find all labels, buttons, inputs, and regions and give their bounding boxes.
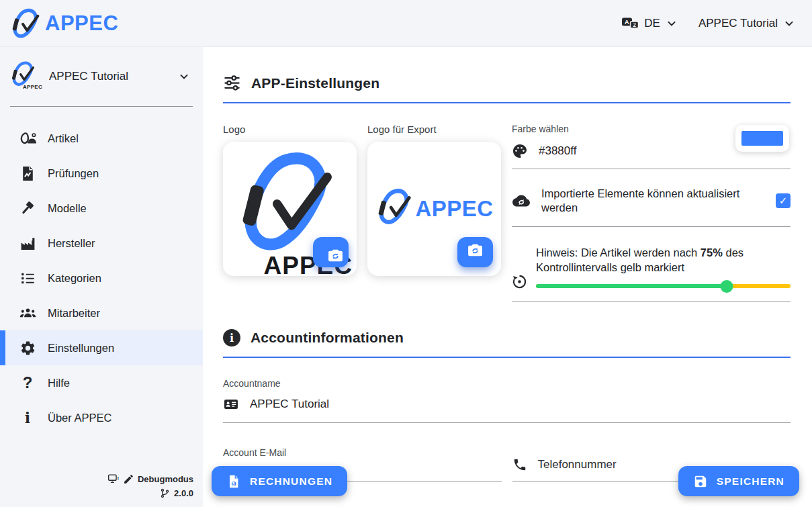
climbing-gear-icon: [17, 129, 38, 148]
sidebar-item-label: Modelle: [48, 202, 87, 215]
import-update-label: Importierte Elemente können aktualisiert…: [541, 187, 765, 216]
workspace-logo-icon: APPEC: [9, 60, 40, 93]
sidebar-item-mitarbeiter[interactable]: Mitarbeiter: [0, 295, 203, 330]
camera-flip-icon: [467, 242, 484, 259]
account-menu[interactable]: APPEC Tutorial: [698, 17, 796, 30]
color-value: #3880ff: [539, 144, 576, 158]
app-logo[interactable]: APPEC: [9, 7, 118, 40]
sidebar-item-kategorien[interactable]: Kategorien: [0, 261, 203, 295]
upload-export-logo-button[interactable]: [457, 237, 493, 267]
import-update-checkbox[interactable]: [776, 193, 791, 208]
interval-hint-row: Hinweis: Die Artikel werden nach 75% des…: [512, 246, 791, 303]
section-title: Accountinformationen: [251, 330, 404, 346]
interval-hint-text: Hinweis: Die Artikel werden nach 75% des…: [536, 246, 791, 275]
app-root: APPEC A Z DE APPEC Tutorial: [0, 0, 812, 507]
sidebar-divider: [10, 106, 193, 107]
save-button-label: SPEICHERN: [717, 475, 784, 488]
section-rule: [223, 102, 791, 103]
question-icon: [17, 373, 38, 392]
sidebar-item-artikel[interactable]: Artikel: [0, 121, 203, 156]
sidebar: APPEC APPEC Tutorial Artikel: [0, 47, 203, 507]
sidebar-item-label: Über APPEC: [48, 412, 111, 424]
interval-slider-knob[interactable]: [721, 280, 733, 293]
language-selector[interactable]: A Z DE: [621, 16, 678, 30]
pencil-icon: [123, 473, 134, 485]
logo-preview-card: APPEC: [223, 142, 357, 276]
brand-wordmark-export: APPEC: [415, 196, 493, 222]
sidebar-item-hersteller[interactable]: Hersteller: [0, 226, 203, 261]
import-update-row: Importierte Elemente können aktualisiert…: [512, 187, 791, 227]
interval-percent: 75%: [701, 246, 723, 259]
svg-text:Z: Z: [633, 22, 637, 28]
account-menu-label: APPEC Tutorial: [698, 17, 778, 30]
palette-icon: [512, 143, 528, 159]
language-code: DE: [644, 17, 660, 30]
phone-placeholder: Telefonnummer: [538, 458, 617, 471]
svg-text:A: A: [625, 19, 629, 26]
carabiner-logo-small: [375, 187, 414, 226]
logo-export-preview-card: APPEC: [367, 142, 501, 276]
gear-icon: [17, 338, 38, 357]
accountname-label: Accountname: [223, 378, 791, 389]
invoice-icon: $: [226, 474, 241, 489]
sidebar-item-label: Einstellungen: [48, 342, 114, 355]
svg-text:$: $: [232, 481, 236, 486]
sidebar-footer: ! Debugmodus 2.0.0: [0, 473, 203, 507]
workspace-label: APPEC Tutorial: [49, 70, 169, 83]
sidebar-item-ueber-appec[interactable]: Über APPEC: [0, 400, 203, 435]
document-icon: [17, 164, 38, 183]
save-icon: [693, 474, 708, 489]
color-swatch[interactable]: [735, 125, 789, 152]
accountname-input[interactable]: APPEC Tutorial: [223, 396, 791, 423]
section-rule: [223, 357, 791, 358]
section-title: APP-Einstellungen: [251, 75, 379, 91]
email-label: Account E-Mail: [223, 447, 502, 458]
invoices-button-label: RECHNUNGEN: [250, 475, 332, 488]
upload-logo-button[interactable]: [313, 237, 349, 267]
phone-icon: [512, 457, 527, 472]
factory-icon: [17, 234, 38, 252]
interval-slider-fill: [536, 284, 727, 288]
history-icon: [512, 274, 527, 289]
app-version: 2.0.0: [159, 488, 193, 499]
workspace-selector[interactable]: APPEC APPEC Tutorial: [0, 47, 203, 106]
color-picker-field: Farbe wählen #3880ff: [512, 124, 791, 169]
list-icon: [17, 269, 38, 287]
cloud-sync-icon: [512, 193, 531, 208]
sidebar-item-hilfe[interactable]: Hilfe: [0, 365, 203, 400]
brand-wordmark: APPEC: [45, 11, 118, 36]
account-info-section-header: Accountinformationen: [223, 329, 791, 347]
logo-export-field-label: Logo für Export: [367, 124, 501, 135]
id-card-icon: [223, 396, 239, 412]
debug-mode-indicator[interactable]: ! Debugmodus: [108, 473, 193, 485]
main-content: APP-Einstellungen Logo APPEC: [203, 47, 812, 507]
top-bar: APPEC A Z DE APPEC Tutorial: [0, 0, 812, 47]
hammer-icon: [17, 199, 38, 218]
carabiner-logo-icon: [9, 7, 42, 40]
brand-wordmark-small: APPEC: [23, 84, 42, 90]
sidebar-item-label: Hersteller: [48, 237, 95, 250]
svg-text:!: !: [117, 475, 119, 481]
sidebar-item-pruefungen[interactable]: Prüfungen: [0, 156, 203, 191]
chevron-down-icon: [177, 70, 191, 83]
sidebar-item-einstellungen[interactable]: Einstellungen: [0, 330, 203, 365]
sidebar-item-modelle[interactable]: Modelle: [0, 191, 203, 226]
chevron-down-icon: [665, 17, 678, 30]
save-button[interactable]: SPEICHERN: [678, 466, 799, 496]
people-icon: [17, 304, 38, 322]
version-label: 2.0.0: [174, 488, 193, 498]
translate-icon: A Z: [621, 16, 639, 30]
interval-slider[interactable]: [536, 279, 791, 293]
monitor-alert-icon: !: [108, 473, 120, 485]
accountname-value: APPEC Tutorial: [250, 398, 329, 411]
sidebar-item-label: Kategorien: [48, 272, 101, 285]
color-swatch-chip: [741, 131, 783, 146]
sidebar-item-label: Hilfe: [48, 377, 70, 389]
info-circle-icon: [223, 329, 240, 347]
chevron-down-icon: [782, 17, 796, 30]
sidebar-item-label: Prüfungen: [48, 167, 99, 180]
sidebar-item-label: Artikel: [48, 132, 79, 145]
info-icon: [17, 408, 38, 427]
logo-field-label: Logo: [223, 124, 357, 135]
invoices-button[interactable]: $ RECHNUNGEN: [212, 466, 347, 496]
